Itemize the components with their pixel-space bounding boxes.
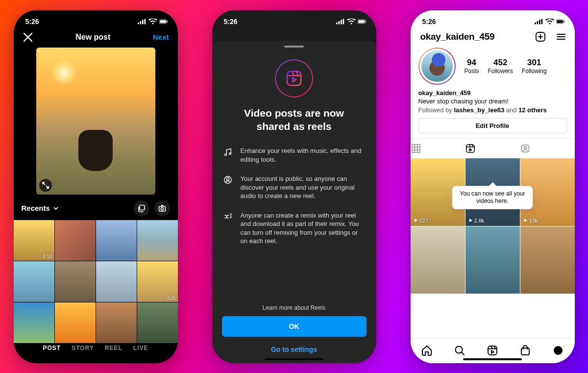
media-thumb[interactable] — [137, 302, 178, 343]
reels-logo — [275, 59, 313, 98]
svg-rect-0 — [138, 22, 139, 24]
svg-point-9 — [161, 207, 163, 210]
stat-following[interactable]: 301 Following — [522, 58, 547, 75]
svg-point-19 — [229, 153, 231, 155]
info-text: Anyone can create a remix with your reel… — [241, 211, 367, 246]
stat-label: Following — [522, 68, 547, 75]
chevron-down-icon — [53, 205, 59, 211]
profile-body: okay_kaiden_459 94 Posts 452 Followers 3… — [411, 30, 575, 294]
signal-icon — [336, 19, 345, 25]
tagged-icon — [520, 143, 531, 154]
battery-icon — [556, 19, 565, 25]
mode-reel[interactable]: REEL — [105, 345, 122, 351]
selected-media-preview[interactable] — [36, 48, 155, 195]
media-thumb[interactable] — [55, 302, 96, 343]
media-thumb[interactable] — [14, 261, 54, 302]
svg-rect-30 — [412, 145, 420, 153]
sheet-handle[interactable] — [284, 46, 304, 48]
media-grid: 0:10 0:25 — [14, 220, 178, 343]
expand-crop-button[interactable] — [39, 179, 52, 192]
home-indicator[interactable] — [265, 358, 323, 360]
layers-icon — [138, 204, 146, 212]
info-item-music: Enhance your reels with music, effects a… — [222, 147, 367, 164]
nav-shop-icon[interactable] — [519, 345, 531, 356]
nav-profile-icon[interactable] — [552, 345, 564, 356]
ok-button[interactable]: OK — [222, 316, 367, 337]
status-bar: 5:26 — [14, 10, 178, 30]
menu-icon[interactable] — [555, 31, 567, 43]
svg-rect-13 — [343, 19, 344, 24]
edit-profile-button[interactable]: Edit Profile — [418, 118, 567, 133]
info-text: Enhance your reels with music, effects a… — [241, 147, 367, 164]
tab-grid[interactable] — [411, 139, 466, 158]
media-thumb[interactable] — [96, 220, 137, 261]
reel-thumb[interactable] — [520, 226, 575, 294]
stat-followers[interactable]: 452 Followers — [488, 58, 513, 75]
create-post-icon[interactable] — [535, 31, 546, 43]
svg-rect-8 — [159, 206, 165, 211]
nav-home-icon[interactable] — [421, 345, 433, 356]
profile-tabs — [411, 138, 575, 158]
learn-more-link[interactable]: Learn more about Reels — [222, 304, 367, 311]
mode-post[interactable]: POST — [43, 345, 61, 351]
music-icon — [223, 148, 232, 156]
media-thumb[interactable] — [55, 261, 96, 302]
stat-posts[interactable]: 94 Posts — [465, 58, 479, 75]
nav-reels-icon[interactable] — [487, 345, 498, 356]
stat-num: 94 — [465, 58, 479, 68]
sheet-title: Video posts are now shared as reels — [222, 106, 367, 133]
info-text: Your account is public, so anyone can di… — [241, 174, 367, 200]
stat-num: 301 — [522, 58, 547, 68]
avatar[interactable] — [418, 48, 456, 85]
go-to-settings-link[interactable]: Go to settings — [222, 343, 367, 354]
grid-icon — [411, 143, 421, 154]
reel-thumb[interactable] — [411, 226, 465, 294]
album-label: Recents — [22, 204, 50, 212]
tab-reels[interactable] — [465, 139, 520, 158]
header-title: New post — [33, 33, 153, 42]
media-thumb[interactable]: 0:10 — [14, 220, 54, 261]
media-thumb[interactable] — [137, 220, 178, 261]
view-count: 227 — [414, 218, 428, 224]
view-count: 2.8k — [468, 218, 485, 224]
album-selector[interactable]: Recents — [22, 204, 59, 212]
profile-summary: 94 Posts 452 Followers 301 Following — [411, 46, 575, 88]
phone-new-post: 5:26 New post Next Recents — [14, 10, 178, 363]
media-thumb[interactable] — [96, 261, 137, 302]
media-thumb[interactable] — [14, 302, 54, 343]
home-indicator[interactable] — [463, 358, 522, 360]
mode-story[interactable]: STORY — [72, 345, 94, 351]
signal-icon — [535, 19, 543, 25]
tab-tagged[interactable] — [520, 139, 575, 158]
mode-live[interactable]: LIVE — [133, 345, 148, 351]
media-thumb[interactable] — [96, 302, 137, 343]
svg-rect-23 — [537, 21, 538, 24]
wifi-icon — [545, 19, 554, 25]
username-selector[interactable]: okay_kaiden_459 — [420, 31, 495, 42]
stat-label: Followers — [488, 68, 513, 75]
media-thumb[interactable]: 0:25 — [137, 261, 178, 302]
svg-rect-25 — [541, 19, 542, 24]
info-sheet: Video posts are now shared as reels Enha… — [212, 41, 376, 363]
followed-by[interactable]: Followed by lashes_by_lee63 and 12 other… — [418, 106, 567, 115]
info-item-public: Your account is public, so anyone can di… — [222, 174, 367, 200]
status-icons — [336, 19, 367, 25]
battery-icon — [358, 19, 367, 25]
duration-badge: 0:10 — [43, 254, 52, 259]
wifi-icon — [347, 19, 356, 25]
svg-point-37 — [554, 346, 563, 355]
next-button[interactable]: Next — [153, 33, 169, 41]
reels-tab-icon — [465, 143, 476, 154]
svg-rect-31 — [466, 145, 475, 153]
remix-icon — [223, 212, 232, 221]
close-button[interactable] — [23, 32, 33, 43]
feature-tooltip[interactable]: You can now see all your videos here. — [452, 186, 533, 209]
status-time: 5:26 — [422, 18, 436, 25]
capture-mode-selector[interactable]: POST STORY REEL LIVE — [14, 345, 178, 351]
open-camera-button[interactable] — [154, 200, 170, 216]
media-thumb[interactable] — [55, 220, 96, 261]
bio-text: Never stop chasing your dream! — [418, 97, 567, 106]
nav-search-icon[interactable] — [454, 345, 466, 356]
reel-thumb[interactable] — [466, 226, 520, 294]
multi-select-button[interactable] — [134, 200, 149, 216]
